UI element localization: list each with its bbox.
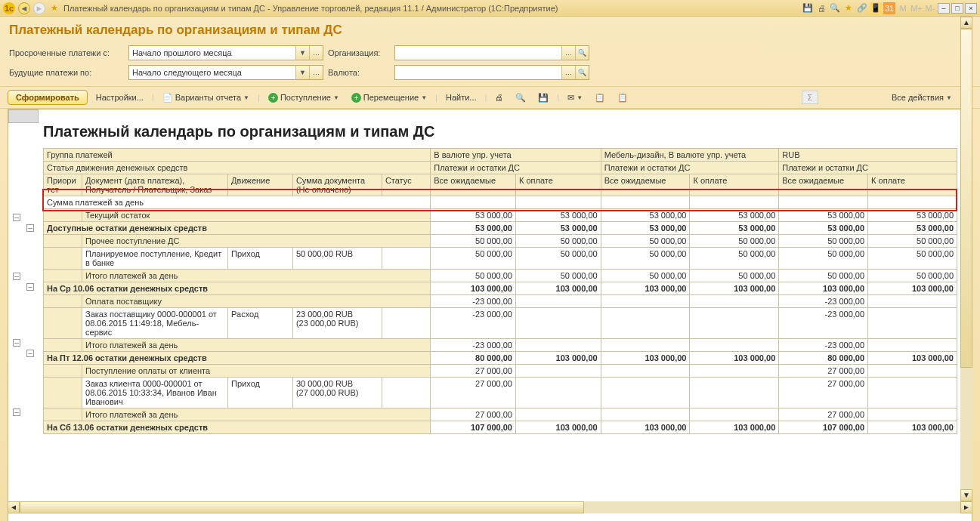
ellipsis-icon[interactable]: … — [309, 46, 323, 60]
mminus-button[interactable]: M- — [924, 2, 936, 14]
row-label: Оплата поставщику — [82, 295, 431, 308]
col-doc: Документ (дата платежа), Получатель / Пл… — [82, 174, 228, 196]
col-curr1: В валюте упр. учета — [431, 149, 601, 162]
calendar-icon[interactable]: 31 — [883, 2, 895, 14]
filter-overdue-input[interactable]: ▼ … — [128, 45, 323, 60]
vertical-scrollbar[interactable]: ▲ ▼ — [960, 17, 972, 501]
minimize-button[interactable]: – — [938, 3, 950, 14]
search-icon[interactable]: 🔍 — [575, 46, 589, 60]
row-label: Текущий остаток — [82, 209, 431, 222]
report-title: Платежный календарь по организациям и ти… — [8, 109, 972, 148]
tool-icon[interactable]: 📋 — [591, 91, 609, 105]
preview-icon[interactable]: 🔍 — [829, 2, 841, 14]
mplus-button[interactable]: M+ — [910, 2, 923, 14]
preview-button[interactable]: 🔍 — [512, 91, 530, 105]
calc-icon[interactable]: 📱 — [870, 2, 882, 14]
cell-sum: 23 000,00 RUB (23 000,00 RUB) — [292, 308, 382, 339]
report-variants-button[interactable]: 📄 Варианты отчета▼ — [159, 91, 253, 105]
col-status: Статус — [382, 174, 430, 196]
print-icon[interactable]: 🖨 — [815, 2, 827, 14]
tree-toggle[interactable]: – — [13, 339, 20, 347]
inflow-button[interactable]: + Поступление▼ — [264, 91, 343, 105]
page-title: Платежный календарь по организациям и ти… — [0, 17, 980, 42]
titlebar: 1c ◄ ► ★ Платежный календарь по организа… — [0, 0, 980, 17]
search-icon[interactable]: 🔍 — [575, 66, 589, 79]
move-button[interactable]: + Перемещение▼ — [348, 91, 431, 105]
sum-button[interactable]: Σ — [802, 91, 818, 104]
col-expected: Все ожидаемые — [601, 174, 690, 196]
report-table: Группа платежей В валюте упр. учета Мебе… — [43, 148, 957, 434]
print-button[interactable]: 🖨 — [491, 91, 507, 104]
col-expected: Все ожидаемые — [431, 174, 516, 196]
tree-toggle[interactable]: – — [13, 408, 20, 416]
col-topay: К оплате — [868, 174, 957, 196]
ellipsis-icon[interactable]: … — [561, 66, 575, 79]
filter-future-input[interactable]: ▼ … — [128, 65, 323, 80]
report-area[interactable]: Платежный календарь по организациям и ти… — [8, 109, 972, 521]
col-expected: Все ожидаемые — [779, 174, 868, 196]
mail-button[interactable]: ✉▼ — [564, 91, 586, 105]
row-label: Сумма платежей за день — [44, 196, 431, 209]
nav-back-icon[interactable]: ◄ — [18, 2, 30, 14]
cell-selector[interactable] — [8, 109, 39, 123]
link-icon[interactable]: 🔗 — [856, 2, 868, 14]
col-payments: Платежи и остатки ДС — [779, 162, 957, 174]
scroll-down-icon[interactable]: ▼ — [960, 489, 972, 501]
tree-toggle[interactable]: – — [13, 273, 20, 280]
toolbar: Сформировать Настройки... | 📄 Варианты о… — [0, 86, 980, 109]
col-article: Статья движения денежных средств — [44, 162, 431, 174]
plus-icon: + — [268, 93, 278, 103]
scroll-thumb[interactable] — [20, 501, 584, 513]
ellipsis-icon[interactable]: … — [309, 66, 323, 79]
horizontal-scrollbar[interactable]: ◄ ► — [8, 501, 972, 513]
favorite-star-icon[interactable]: ★ — [48, 2, 60, 14]
col-topay: К оплате — [515, 174, 601, 196]
col-move: Движение — [228, 174, 293, 196]
save-icon[interactable]: 💾 — [802, 2, 814, 14]
scroll-right-icon[interactable]: ► — [960, 501, 972, 513]
save-report-button[interactable]: 💾 — [534, 91, 552, 105]
row-label: Доступные остатки денежных средств — [44, 222, 431, 235]
scroll-thumb[interactable] — [960, 29, 972, 368]
cell-move: Расход — [228, 308, 293, 339]
chevron-down-icon[interactable]: ▼ — [295, 66, 309, 79]
filter-future-label: Будущие платежи по: — [9, 68, 124, 77]
col-group: Группа платежей — [44, 149, 431, 162]
row-label: На Пт 12.06 остатки денежных средств — [44, 352, 431, 365]
row-label: На Сб 13.06 остатки денежных средств — [44, 421, 431, 434]
filter-currency-label: Валюта: — [328, 68, 390, 77]
filter-currency-input[interactable]: … 🔍 — [394, 65, 589, 80]
tree-toggle[interactable]: – — [26, 283, 34, 291]
scroll-left-icon[interactable]: ◄ — [8, 501, 20, 513]
filters: Просроченные платежи с: ▼ … Организация:… — [0, 42, 980, 86]
close-button[interactable]: × — [965, 3, 977, 14]
tree-toggle[interactable]: – — [26, 350, 34, 357]
scroll-up-icon[interactable]: ▲ — [960, 17, 972, 29]
tree-toggle[interactable]: – — [26, 224, 34, 232]
chevron-down-icon[interactable]: ▼ — [295, 46, 309, 60]
nav-fwd-icon[interactable]: ► — [33, 2, 45, 14]
all-actions-button[interactable]: Все действия▼ — [888, 91, 956, 104]
col-curr2: Мебель-дизайн, В валюте упр. учета — [601, 149, 779, 162]
row-label: Итого платежей за день — [82, 339, 431, 352]
tree-toggle[interactable]: – — [13, 214, 20, 221]
cell-move: Приход — [228, 248, 293, 270]
find-button[interactable]: Найти... — [442, 91, 481, 104]
cell-sum: 30 000,00 RUB (27 000,00 RUB) — [292, 378, 382, 408]
cell-doc: Заказ поставщику 0000-000001 от 08.06.20… — [82, 308, 228, 339]
col-priority: Приори тет — [44, 174, 82, 196]
settings-button[interactable]: Настройки... — [92, 91, 147, 104]
filter-org-input[interactable]: … 🔍 — [394, 45, 589, 60]
ellipsis-icon[interactable]: … — [561, 46, 575, 60]
m-button[interactable]: M — [897, 2, 909, 14]
form-button[interactable]: Сформировать — [8, 90, 88, 105]
favorites-icon[interactable]: ★ — [842, 2, 855, 14]
report-icon: 📄 — [162, 93, 173, 103]
cell-doc: Планируемое поступление, Кредит в банке — [82, 248, 228, 270]
row-label: На Ср 10.06 остатки денежных средств — [44, 282, 431, 295]
row-label: Итого платежей за день — [82, 408, 431, 421]
maximize-button[interactable]: □ — [951, 3, 963, 14]
tool-icon[interactable]: 📋 — [614, 91, 632, 105]
col-payments: Платежи и остатки ДС — [431, 162, 601, 174]
cell-doc: Заказ клиента 0000-000001 от 08.06.2015 … — [82, 378, 228, 408]
